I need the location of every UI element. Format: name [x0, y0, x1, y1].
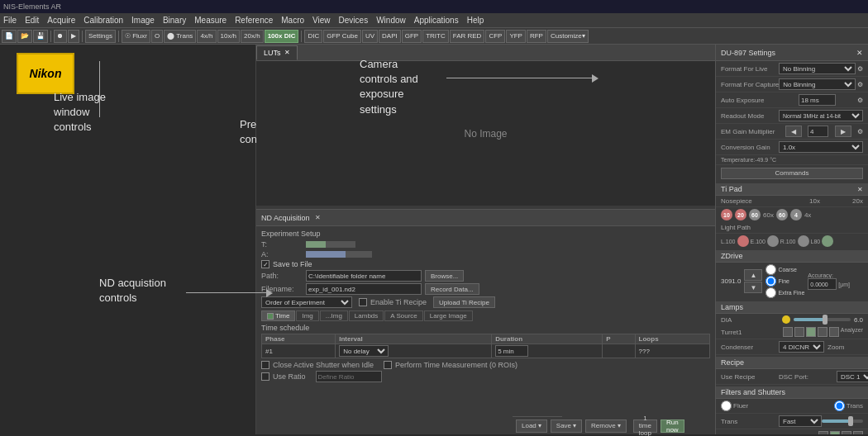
menu-window[interactable]: Window: [376, 16, 406, 25]
close-shutter-checkbox[interactable]: [261, 361, 269, 369]
time-checkbox[interactable]: [267, 313, 274, 320]
dia-thumb[interactable]: [823, 315, 827, 325]
turret1-slot-4[interactable]: [818, 327, 827, 337]
toolbar-new[interactable]: 📄: [2, 30, 17, 43]
tab-lambda[interactable]: Lambds: [349, 310, 384, 321]
menu-devices[interactable]: Devices: [339, 16, 369, 25]
toolbar-yfp[interactable]: YFP: [506, 30, 526, 43]
menu-binary[interactable]: Binary: [163, 16, 186, 25]
lp-r100-btn[interactable]: [798, 235, 809, 247]
toolbar-4xph[interactable]: 4x/h: [197, 30, 216, 43]
toolbar-gfp-cube[interactable]: GFP Cube: [323, 30, 361, 43]
menu-file[interactable]: File: [3, 16, 17, 25]
menu-image[interactable]: Image: [131, 16, 155, 25]
filename-input[interactable]: [306, 283, 422, 295]
toolbar-settings[interactable]: Settings: [85, 30, 116, 43]
toolbar-dic[interactable]: DIC: [304, 30, 322, 43]
toolbar-capture[interactable]: ⏺: [54, 30, 67, 43]
menu-macro[interactable]: Macro: [281, 16, 304, 25]
upload-ti-button[interactable]: Upload Ti Recipe: [433, 296, 495, 308]
trans-radio[interactable]: [834, 400, 845, 411]
save-checkbox[interactable]: ✓: [261, 260, 269, 268]
toolbar-save[interactable]: 💾: [33, 30, 48, 43]
condenser-select[interactable]: 4 DICNR: [779, 341, 824, 353]
luts-tab-close[interactable]: ✕: [284, 49, 290, 56]
obj-circle-4x[interactable]: 4: [790, 209, 802, 220]
format-live-select[interactable]: No Binning: [779, 63, 856, 74]
toolbar-o[interactable]: O: [151, 30, 163, 43]
turret1-slot-3[interactable]: [806, 327, 816, 337]
obj-circle-10x[interactable]: 10: [721, 209, 732, 220]
time-loop-button[interactable]: 1 time loop: [633, 419, 657, 433]
toolbar-10xph[interactable]: 10x/h: [217, 30, 241, 43]
obj-circle-20x[interactable]: 20: [735, 209, 746, 220]
toolbar-farred[interactable]: FAR RED: [450, 30, 485, 43]
tab-large-image[interactable]: Large Image: [424, 310, 473, 321]
turret1b-slot-1[interactable]: [818, 431, 828, 434]
turret1b-slot-4[interactable]: [853, 431, 863, 434]
turret1b-slot-2[interactable]: [830, 431, 840, 434]
zdrive-up[interactable]: ▲: [744, 269, 762, 281]
toolbar-rfp[interactable]: RFP: [527, 30, 546, 43]
remove-button[interactable]: Remove ▾: [585, 419, 627, 433]
perform-time-checkbox[interactable]: [384, 361, 392, 369]
tab-time[interactable]: Time: [261, 310, 295, 321]
path-input[interactable]: [306, 270, 422, 282]
toolbar-fluxr[interactable]: ☉ Fluxr: [122, 30, 150, 43]
trans-slider[interactable]: [822, 419, 863, 423]
toolbar-gfp[interactable]: GFP: [402, 30, 422, 43]
turret1-slot-2[interactable]: [794, 327, 804, 337]
em-gain-minus[interactable]: ◀: [785, 126, 802, 137]
commands-button[interactable]: Commands: [721, 168, 863, 179]
toolbar-customize[interactable]: Customize▾: [547, 30, 589, 43]
dia-slider[interactable]: [794, 318, 851, 321]
menu-view[interactable]: View: [312, 16, 331, 25]
order-select[interactable]: Order of Experiment: [261, 296, 352, 308]
fluer-radio[interactable]: [721, 400, 732, 411]
menu-reference[interactable]: Reference: [235, 16, 273, 25]
luts-tab[interactable]: LUTs ✕: [256, 45, 298, 60]
coarse-radio[interactable]: [765, 264, 776, 275]
format-capture-select[interactable]: No Binning: [779, 78, 856, 90]
turret1-slot-5[interactable]: [829, 327, 839, 337]
tab-img2[interactable]: ...Img: [320, 310, 348, 321]
lp-l80-btn[interactable]: [822, 235, 833, 247]
menu-measure[interactable]: Measure: [194, 16, 227, 25]
duration-input[interactable]: [495, 345, 528, 357]
toolbar-20xph[interactable]: 20x/h: [241, 30, 264, 43]
menu-acquire[interactable]: Acquire: [47, 16, 75, 25]
extrafine-radio[interactable]: [765, 287, 776, 298]
lp-e100-btn[interactable]: [767, 235, 779, 247]
auto-exposure-input[interactable]: [799, 94, 836, 106]
run-now-button[interactable]: Run now: [661, 419, 684, 433]
toolbar-dapi[interactable]: DAPI: [379, 30, 401, 43]
em-gain-input[interactable]: [808, 126, 828, 137]
tab-img[interactable]: Img: [296, 310, 318, 321]
use-ratio-checkbox[interactable]: [261, 372, 269, 381]
toolbar-uv[interactable]: UV: [362, 30, 378, 43]
menu-edit[interactable]: Edit: [25, 16, 39, 25]
enable-ti-checkbox[interactable]: [359, 298, 367, 306]
tab-source[interactable]: A Source: [384, 310, 422, 321]
du897-close[interactable]: ✕: [856, 49, 863, 57]
lp-l100-btn[interactable]: [737, 235, 749, 247]
toolbar-live[interactable]: ▶: [68, 30, 79, 43]
fine-radio[interactable]: [765, 276, 776, 287]
record-data-button[interactable]: Record Data...: [425, 283, 479, 295]
readout-select[interactable]: Normal 3MHz at 14-bit: [779, 110, 863, 121]
menu-calibration[interactable]: Calibration: [83, 16, 123, 25]
zdrive-down[interactable]: ▼: [744, 282, 762, 293]
menu-help[interactable]: Help: [467, 16, 484, 25]
use-ratio-input[interactable]: [316, 371, 382, 382]
save-button[interactable]: Save ▾: [551, 419, 582, 433]
toolbar-open[interactable]: 📂: [17, 30, 32, 43]
load-button[interactable]: Load ▾: [516, 419, 547, 433]
turret1-slot-1[interactable]: [783, 327, 793, 337]
turret1b-slot-3[interactable]: [842, 431, 851, 434]
toolbar-trans[interactable]: ⬤ Trans: [164, 30, 196, 43]
browse-button[interactable]: Browse...: [425, 270, 464, 282]
toolbar-100xdic[interactable]: 100x DIC: [265, 30, 299, 43]
toolbar-cfp[interactable]: CFP: [485, 30, 505, 43]
trans-fast-select[interactable]: Fast: [779, 415, 822, 427]
dsc-port-select[interactable]: DSC 1: [837, 371, 868, 382]
